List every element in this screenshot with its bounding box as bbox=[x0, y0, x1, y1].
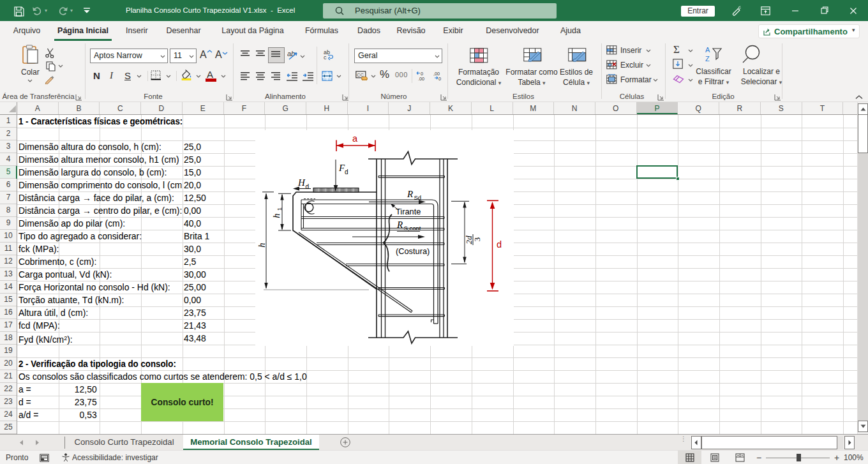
svg-text:a: a bbox=[352, 133, 358, 144]
svg-text:c: c bbox=[324, 54, 327, 60]
svg-text:S,cont: S,cont bbox=[404, 225, 421, 232]
svg-text:,00: ,00 bbox=[418, 76, 424, 81]
svg-text:(Costura): (Costura) bbox=[396, 246, 430, 256]
svg-text:Sd: Sd bbox=[414, 194, 422, 201]
svg-text:3: 3 bbox=[472, 237, 482, 241]
svg-text:Z: Z bbox=[705, 55, 710, 63]
svg-text:Tirante: Tirante bbox=[396, 207, 421, 216]
svg-text:1: 1 bbox=[276, 207, 283, 211]
svg-text:R: R bbox=[407, 189, 413, 199]
svg-text:0: 0 bbox=[438, 76, 441, 81]
svg-text:d: d bbox=[345, 168, 348, 176]
svg-text:ab: ab bbox=[287, 50, 295, 57]
svg-text:A: A bbox=[705, 46, 710, 54]
svg-text:R: R bbox=[396, 220, 403, 230]
svg-text:d: d bbox=[306, 183, 310, 190]
svg-text:h: h bbox=[257, 243, 267, 247]
svg-text:d: d bbox=[497, 239, 502, 250]
svg-text:H: H bbox=[297, 177, 306, 188]
svg-text:h: h bbox=[271, 213, 281, 218]
